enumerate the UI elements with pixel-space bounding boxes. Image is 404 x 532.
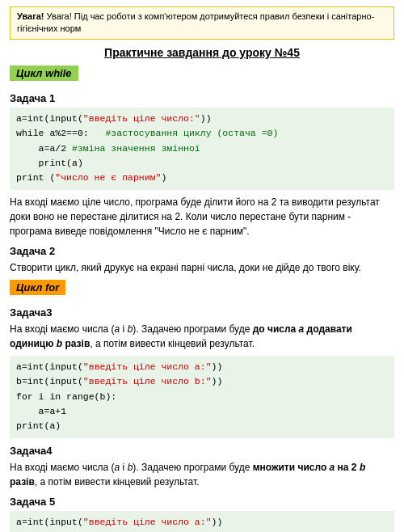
warning-text: Увага! Під час роботи з комп'ютером дотр… <box>17 11 374 33</box>
task-1-desc: На вході маємо ціле число, програма буде… <box>10 195 394 239</box>
cycle-while-label: Цикл while <box>10 65 78 81</box>
task-2: Задача 2 Створити цикл, який друкує на е… <box>10 245 394 275</box>
task-5-code: a=int(input("введіть ціле число a:")) a=… <box>10 511 394 532</box>
task-2-desc: Створити цикл, який друкує на екрані пар… <box>10 260 394 275</box>
task-3: Задача3 На вході маємо числа (a і b). За… <box>10 306 394 438</box>
task-1-code: a=int(input("введіть ціле число:")) whil… <box>10 108 394 190</box>
section-for: Цикл for Задача3 На вході маємо числа (a… <box>10 280 394 532</box>
cycle-for-label: Цикл for <box>10 280 65 295</box>
task-5: Задача 5 a=int(input("введіть ціле число… <box>10 496 394 532</box>
warning-box: Увага! Увага! Під час роботи з комп'ютер… <box>10 6 394 40</box>
task-2-title: Задача 2 <box>10 245 394 257</box>
task-3-desc-before: На вході маємо числа (a і b). Задачею пр… <box>10 322 394 351</box>
task-4-title: Задача4 <box>10 445 394 457</box>
task-1: Задача 1 a=int(input("введіть ціле число… <box>10 92 394 239</box>
task-3-code: a=int(input("введіть ціле число a:")) b=… <box>10 356 394 438</box>
section-while: Цикл while Задача 1 a=int(input("введіть… <box>10 65 394 275</box>
task-4: Задача4 На вході маємо числа (a і b). За… <box>10 445 394 489</box>
task-5-title: Задача 5 <box>10 496 394 508</box>
task-1-title: Задача 1 <box>10 92 394 104</box>
page-title: Практичне завдання до уроку №45 <box>10 46 394 59</box>
task-3-title: Задача3 <box>10 306 394 319</box>
task-4-desc: На вході маємо числа (a і b). Задачею пр… <box>10 460 394 489</box>
